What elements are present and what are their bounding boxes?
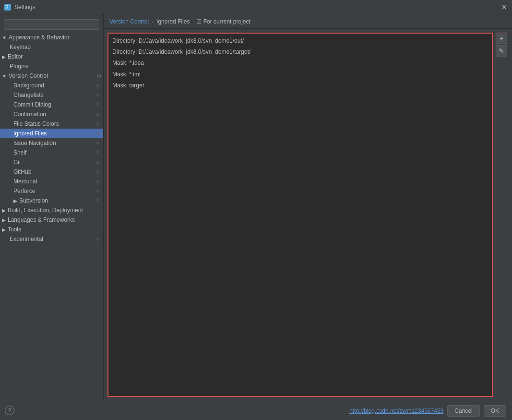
bottom-bar: http://blog.csdn.net/zwm1234567459 Cance… <box>0 401 512 420</box>
copy-icon: ⎘ <box>96 83 99 88</box>
help-button[interactable]: ? <box>5 406 14 415</box>
sidebar-item-commit-dialog[interactable]: Commit Dialog ⎘ <box>0 100 103 109</box>
expand-arrow: ▶ <box>2 208 6 213</box>
ok-button[interactable]: OK <box>484 405 506 417</box>
copy-icon: ⎘ <box>96 179 99 184</box>
sidebar-item-git[interactable]: Git ⎘ <box>0 157 103 167</box>
sidebar-item-shelf[interactable]: Shelf ⎘ <box>0 148 103 157</box>
sidebar-item-label: Build, Execution, Deployment <box>8 207 83 214</box>
copy-icon: ⎘ <box>96 121 99 127</box>
sidebar-item-build-execution[interactable]: ▶ Build, Execution, Deployment <box>0 205 103 215</box>
sidebar-item-label: Editor <box>8 53 23 60</box>
expand-arrow: ▶ <box>2 217 6 223</box>
sidebar-item-version-control[interactable]: ▼ Version Control ⚙ <box>0 71 103 81</box>
sidebar-item-mercurial[interactable]: Mercurial ⎘ <box>0 177 103 186</box>
list-item[interactable]: Directory: D:/Java/ideawork_jdk8.0/svn_d… <box>110 36 490 47</box>
copy-icon: ⎘ <box>96 112 99 117</box>
copy-icon: ⎘ <box>96 160 99 165</box>
app-icon: S <box>4 3 12 11</box>
copy-icon: ⎘ <box>96 237 99 242</box>
content-area: Version Control › Ignored Files ☑ For cu… <box>104 14 512 401</box>
search-input[interactable] <box>7 21 96 28</box>
sidebar-item-label: Perforce <box>13 188 35 194</box>
list-item[interactable]: Mask: *.idea <box>110 58 490 69</box>
sidebar-item-subversion[interactable]: ▶ Subversion ⎘ <box>0 196 103 205</box>
sidebar-item-label: Languages & Frameworks <box>8 216 75 223</box>
main-layout: ▼ Appearance & Behavior Keymap ▶ Editor … <box>0 14 512 401</box>
sidebar-item-confirmation[interactable]: Confirmation ⎘ <box>0 109 103 119</box>
svg-text:S: S <box>5 5 9 10</box>
sidebar-item-file-status-colors[interactable]: File Status Colors ⎘ <box>0 119 103 129</box>
sidebar-item-label: Confirmation <box>13 111 46 118</box>
list-item[interactable]: Mask: *.iml <box>110 69 490 80</box>
sidebar-item-label: Experimental <box>10 236 43 242</box>
copy-icon: ⎘ <box>96 141 99 146</box>
sidebar-item-label: Shelf <box>13 149 26 156</box>
sidebar-item-label: Keymap <box>10 44 31 50</box>
sidebar-item-label: Commit Dialog <box>13 101 51 108</box>
sidebar-item-background[interactable]: Background ⎘ <box>0 81 103 90</box>
settings-icon: ⚙ <box>97 73 101 79</box>
expand-arrow: ▼ <box>2 73 7 79</box>
sidebar-item-label: Plugins <box>10 63 28 70</box>
add-button[interactable]: + <box>496 33 507 44</box>
search-box[interactable] <box>4 19 99 30</box>
sidebar-item-keymap[interactable]: Keymap <box>0 42 103 52</box>
sidebar-item-label: Mercurial <box>13 178 37 185</box>
sidebar-item-languages-frameworks[interactable]: ▶ Languages & Frameworks <box>0 215 103 225</box>
sidebar-item-changelists[interactable]: Changelists ⎘ <box>0 90 103 100</box>
copy-icon: ⎘ <box>96 102 99 108</box>
close-button[interactable]: ✕ <box>500 3 508 11</box>
sidebar-item-plugins[interactable]: Plugins <box>0 61 103 71</box>
sidebar-item-label: Changelists <box>13 92 44 98</box>
breadcrumb-link[interactable]: ☑ For current project <box>196 18 250 25</box>
right-toolbar: + ✎ <box>495 33 508 397</box>
breadcrumb-parent[interactable]: Version Control <box>109 18 149 25</box>
sidebar-item-label: Subversion <box>19 197 48 204</box>
list-item[interactable]: Mask: target <box>110 80 490 91</box>
copy-icon: ⎘ <box>96 169 99 175</box>
sidebar-item-label: Version Control <box>9 72 48 79</box>
copy-icon: ⎘ <box>96 198 99 204</box>
sidebar-item-label: Ignored Files <box>13 130 47 137</box>
ignored-files-panel: Directory: D:/Java/ideawork_jdk8.0/svn_d… <box>104 29 512 401</box>
expand-arrow: ▶ <box>2 54 6 60</box>
copy-icon: ⎘ <box>96 150 99 156</box>
sidebar-item-perforce[interactable]: Perforce ⎘ <box>0 186 103 196</box>
expand-arrow: ▶ <box>2 227 6 232</box>
sidebar-item-label: Git <box>13 159 21 166</box>
sidebar-item-label: Background <box>13 82 44 89</box>
expand-arrow: ▼ <box>2 35 7 40</box>
sidebar-item-label: Tools <box>8 226 21 233</box>
copy-icon: ⎘ <box>96 189 99 194</box>
list-item[interactable]: Directory: D:/Java/ideawork_jdk8.0/svn_d… <box>110 47 490 58</box>
ignored-files-list[interactable]: Directory: D:/Java/ideawork_jdk8.0/svn_d… <box>107 33 493 397</box>
subversion-arrow: ▶ <box>13 198 17 204</box>
copy-icon: ⎘ <box>96 131 99 136</box>
sidebar-item-github[interactable]: GitHub ⎘ <box>0 167 103 177</box>
edit-button[interactable]: ✎ <box>496 45 507 57</box>
sidebar: ▼ Appearance & Behavior Keymap ▶ Editor … <box>0 14 104 401</box>
cancel-button[interactable]: Cancel <box>447 405 479 417</box>
sidebar-item-appearance-behavior[interactable]: ▼ Appearance & Behavior <box>0 33 103 42</box>
breadcrumb: Version Control › Ignored Files ☑ For cu… <box>104 14 512 29</box>
window-title: Settings <box>14 4 500 11</box>
sidebar-item-label: Appearance & Behavior <box>9 34 70 41</box>
breadcrumb-current: Ignored Files <box>156 18 190 25</box>
sidebar-item-issue-navigation[interactable]: Issue Navigation ⎘ <box>0 138 103 148</box>
checkbox-icon: ☑ <box>196 18 202 25</box>
sidebar-item-experimental[interactable]: Experimental ⎘ <box>0 234 103 244</box>
copy-icon: ⎘ <box>96 93 99 98</box>
sidebar-item-label: Issue Navigation <box>13 140 56 146</box>
sidebar-item-tools[interactable]: ▶ Tools <box>0 225 103 234</box>
breadcrumb-separator: › <box>152 18 154 25</box>
sidebar-item-label: GitHub <box>13 168 31 175</box>
sidebar-item-editor[interactable]: ▶ Editor <box>0 52 103 61</box>
sidebar-item-ignored-files[interactable]: Ignored Files ⎘ <box>0 129 103 138</box>
titlebar: S Settings ✕ <box>0 0 512 14</box>
sidebar-item-label: File Status Colors <box>13 120 59 127</box>
bottom-link[interactable]: http://blog.csdn.net/zwm1234567459 <box>349 408 443 414</box>
